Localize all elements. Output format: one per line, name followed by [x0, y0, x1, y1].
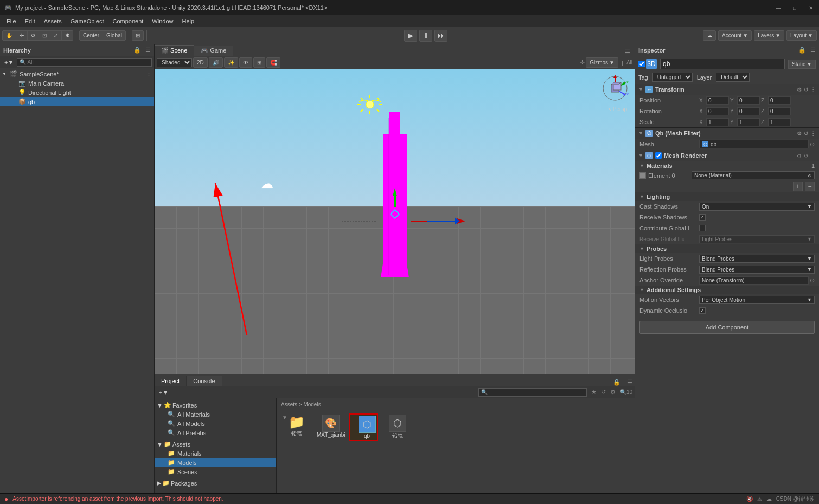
scale-tool[interactable]: ⊡: [39, 31, 50, 40]
scene-snap-btn[interactable]: 🧲: [266, 57, 280, 68]
add-component-btn[interactable]: Add Component: [639, 321, 815, 334]
qianbi-asset[interactable]: 📁 铅笔: [289, 415, 305, 437]
mesh-renderer-checkbox[interactable]: [655, 152, 662, 159]
game-tab[interactable]: 🎮 Game: [194, 46, 233, 56]
hier-item-dirlight[interactable]: 💡 Directional Light: [0, 88, 154, 97]
dynamic-occlusion-checkbox[interactable]: [699, 307, 706, 314]
menu-help[interactable]: Help: [177, 17, 199, 25]
shading-dropdown[interactable]: Shaded: [157, 58, 192, 67]
project-search-input[interactable]: [478, 388, 587, 397]
meshrenderer-settings-icon[interactable]: ⚙: [797, 153, 802, 159]
mesh-select-icon[interactable]: ⊙: [810, 141, 815, 148]
mat-qianbi-item[interactable]: 🎨 MAT_qianbi: [308, 413, 347, 441]
all-materials-item[interactable]: 🔍 All Materials: [155, 410, 276, 419]
move-tool[interactable]: ✛: [16, 31, 28, 40]
scale-y-input[interactable]: [737, 118, 760, 126]
account-btn[interactable]: Account ▼: [718, 30, 752, 41]
menu-edit[interactable]: Edit: [21, 17, 40, 25]
maximize-btn[interactable]: □: [791, 4, 798, 11]
transform-reset-icon[interactable]: ↺: [804, 87, 808, 93]
assets-section[interactable]: ▼ 📁 Assets: [155, 440, 276, 449]
hierarchy-lock-icon[interactable]: 🔒: [133, 47, 141, 54]
close-btn[interactable]: ✕: [807, 4, 815, 11]
center-btn[interactable]: Center: [80, 31, 103, 40]
cloud-status-icon[interactable]: ☁: [766, 496, 772, 502]
models-folder[interactable]: 📁 Models: [155, 458, 276, 467]
hierarchy-search-input[interactable]: [17, 58, 152, 67]
play-button[interactable]: ▶: [404, 30, 417, 42]
qianbi-model-item[interactable]: ⬡ 铅笔: [380, 413, 407, 441]
static-btn[interactable]: Static ▼: [788, 60, 816, 69]
menu-file[interactable]: File: [2, 17, 21, 25]
mesh-filter-header[interactable]: ▼ ⬡ Qb (Mesh Filter) ⚙ ↺ ⋮: [635, 128, 819, 139]
2d-btn[interactable]: 2D: [193, 57, 208, 68]
packages-section[interactable]: ▶ 📁 Packages: [155, 479, 276, 488]
obj-name-input[interactable]: [660, 59, 785, 69]
receive-shadows-checkbox[interactable]: [699, 214, 706, 221]
pos-x-input[interactable]: [706, 96, 729, 105]
hier-item-qb[interactable]: 📦 qb: [0, 97, 154, 106]
meshfilter-menu-icon[interactable]: ⋮: [810, 131, 816, 137]
project-settings-icon[interactable]: ⚙: [610, 389, 616, 396]
hand-tool[interactable]: ✋: [3, 31, 16, 40]
hierarchy-add-btn[interactable]: +▼: [2, 59, 16, 66]
transform-header[interactable]: ▼ ↔ Transform ⚙ ↺ ⋮: [635, 84, 819, 95]
mesh-ref-field[interactable]: ⬡ qb: [699, 140, 809, 148]
additional-settings-header[interactable]: ▼ Additional Settings: [635, 286, 819, 294]
menu-window[interactable]: Window: [148, 17, 177, 25]
scenes-folder[interactable]: 📁 Scenes: [155, 467, 276, 476]
mute-icon[interactable]: 🔇: [746, 496, 753, 502]
cloud-btn[interactable]: ☁: [703, 30, 716, 41]
scene-fx-btn[interactable]: ✨: [224, 57, 238, 68]
pause-button[interactable]: ⏸: [419, 30, 432, 42]
obj-active-checkbox[interactable]: [638, 61, 645, 67]
rotate-tool[interactable]: ↺: [28, 31, 39, 40]
bottom-panel-lock-icon[interactable]: 🔒: [609, 379, 625, 386]
inspector-lock-icon[interactable]: 🔒: [798, 47, 806, 54]
hier-item-samplescene[interactable]: ▼ 🎬 SampleScene* ⋮: [0, 69, 154, 79]
contribute-global-checkbox[interactable]: [699, 225, 706, 231]
inspector-menu-icon[interactable]: ☰: [810, 47, 816, 54]
lighting-header[interactable]: ▼ Lighting: [635, 192, 819, 201]
layers-btn[interactable]: Layers ▼: [754, 30, 784, 41]
materials-folder[interactable]: 📁 Materials: [155, 449, 276, 458]
console-tab[interactable]: Console: [187, 376, 222, 386]
reflection-probes-dropdown[interactable]: Blend Probes ▼: [699, 266, 815, 274]
grid-btn[interactable]: ⊞: [132, 30, 144, 41]
all-prefabs-item[interactable]: 🔍 All Prefabs: [155, 428, 276, 437]
mat-add-btn[interactable]: +: [793, 182, 803, 191]
gizmo-widget[interactable]: Y Z X: [600, 74, 630, 104]
scene-audio-btn[interactable]: 🔊: [209, 57, 223, 68]
qb-object-3d[interactable]: [379, 112, 411, 275]
scene-vis-btn[interactable]: 👁: [239, 57, 252, 68]
project-tab[interactable]: Project: [155, 376, 187, 386]
rot-y-input[interactable]: [737, 107, 760, 115]
rect-tool[interactable]: ⤢: [50, 31, 62, 40]
layer-select[interactable]: Default: [716, 73, 750, 82]
layout-btn[interactable]: Layout ▼: [786, 30, 817, 41]
light-probes-dropdown[interactable]: Blend Probes ▼: [699, 255, 815, 263]
receive-global-dropdown[interactable]: Light Probes ▼: [699, 235, 815, 243]
gizmos-btn[interactable]: Gizmos ▼: [586, 57, 618, 68]
materials-arrow-icon[interactable]: ▼: [639, 163, 644, 169]
project-refresh-icon[interactable]: ↺: [601, 389, 606, 396]
probes-header[interactable]: ▼ Probes: [635, 244, 819, 253]
mesh-renderer-header[interactable]: ▼ ⬡ Mesh Renderer ⚙ ↺ ⋮: [635, 150, 819, 161]
scene-viewport[interactable]: ☁: [155, 69, 635, 374]
menu-gameobject[interactable]: GameObject: [66, 17, 108, 25]
meshrenderer-menu-icon[interactable]: ⋮: [810, 153, 816, 159]
meshrenderer-reset-icon[interactable]: ↺: [804, 153, 808, 159]
meshfilter-settings-icon[interactable]: ⚙: [797, 131, 802, 137]
rot-x-input[interactable]: [706, 107, 729, 115]
motion-vectors-dropdown[interactable]: Per Object Motion ▼: [699, 296, 815, 304]
scene-grid-btn[interactable]: ⊞: [253, 57, 265, 68]
error-icon[interactable]: ⚠: [757, 496, 762, 502]
transform-tool[interactable]: ✱: [62, 31, 73, 40]
scene-tab[interactable]: 🎬 Scene: [155, 45, 194, 56]
project-add-btn[interactable]: +▼: [157, 389, 170, 396]
anchor-override-field[interactable]: None (Transform): [699, 276, 809, 285]
cast-shadows-dropdown[interactable]: On ▼: [699, 203, 815, 211]
mat-remove-btn[interactable]: −: [805, 182, 815, 191]
material-select-icon[interactable]: ⊙: [808, 173, 812, 178]
meshfilter-reset-icon[interactable]: ↺: [804, 131, 808, 137]
